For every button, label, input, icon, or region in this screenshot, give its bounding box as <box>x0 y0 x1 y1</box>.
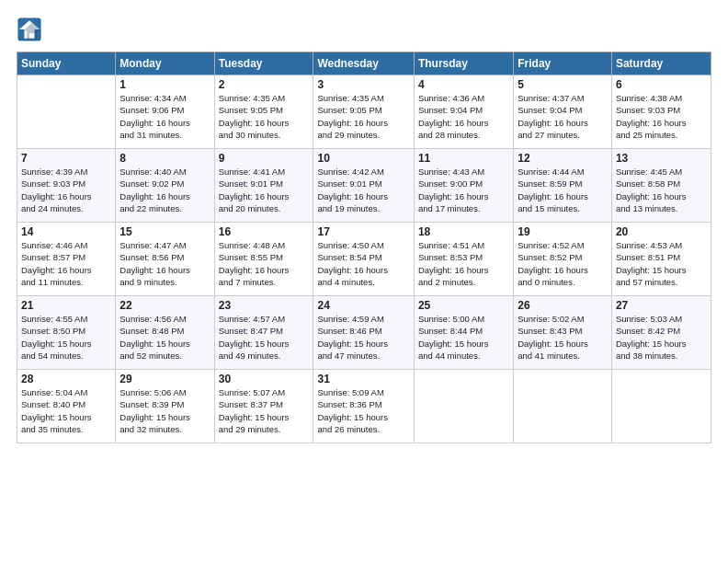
logo <box>17 17 46 42</box>
day-cell: 28Sunrise: 5:04 AM Sunset: 8:40 PM Dayli… <box>17 370 116 443</box>
day-number: 20 <box>616 225 707 238</box>
header <box>17 17 711 42</box>
day-info: Sunrise: 5:04 AM Sunset: 8:40 PM Dayligh… <box>21 386 111 435</box>
day-number: 13 <box>616 152 707 165</box>
day-number: 21 <box>21 299 111 312</box>
day-info: Sunrise: 4:45 AM Sunset: 8:58 PM Dayligh… <box>616 166 707 214</box>
header-cell-tuesday: Tuesday <box>214 52 313 75</box>
day-info: Sunrise: 5:00 AM Sunset: 8:44 PM Dayligh… <box>418 313 509 362</box>
header-cell-saturday: Saturday <box>611 52 711 75</box>
day-info: Sunrise: 5:02 AM Sunset: 8:43 PM Dayligh… <box>518 313 608 362</box>
day-info: Sunrise: 4:48 AM Sunset: 8:55 PM Dayligh… <box>219 239 310 288</box>
day-number: 12 <box>518 152 608 165</box>
day-info: Sunrise: 4:59 AM Sunset: 8:46 PM Dayligh… <box>317 313 409 362</box>
day-cell: 9Sunrise: 4:41 AM Sunset: 9:01 PM Daylig… <box>214 149 313 223</box>
day-number: 29 <box>119 373 210 385</box>
day-cell: 3Sunrise: 4:35 AM Sunset: 9:05 PM Daylig… <box>313 75 414 149</box>
day-number: 5 <box>518 78 608 91</box>
day-cell: 29Sunrise: 5:06 AM Sunset: 8:39 PM Dayli… <box>116 370 214 443</box>
header-cell-thursday: Thursday <box>414 52 513 75</box>
day-cell: 25Sunrise: 5:00 AM Sunset: 8:44 PM Dayli… <box>414 296 513 370</box>
day-number: 11 <box>418 152 509 165</box>
day-number: 7 <box>21 152 111 165</box>
day-number: 3 <box>317 78 409 91</box>
day-cell: 23Sunrise: 4:57 AM Sunset: 8:47 PM Dayli… <box>214 296 313 370</box>
day-cell <box>414 370 513 443</box>
day-info: Sunrise: 4:44 AM Sunset: 8:59 PM Dayligh… <box>518 166 608 214</box>
day-number: 24 <box>317 299 409 312</box>
week-row-5: 28Sunrise: 5:04 AM Sunset: 8:40 PM Dayli… <box>17 370 711 443</box>
day-info: Sunrise: 4:43 AM Sunset: 9:00 PM Dayligh… <box>418 166 509 214</box>
day-info: Sunrise: 5:07 AM Sunset: 8:37 PM Dayligh… <box>219 386 310 435</box>
week-row-4: 21Sunrise: 4:55 AM Sunset: 8:50 PM Dayli… <box>17 296 711 370</box>
calendar-body: 1Sunrise: 4:34 AM Sunset: 9:06 PM Daylig… <box>17 75 711 443</box>
day-number: 25 <box>418 299 509 312</box>
day-number: 27 <box>616 299 707 312</box>
day-number: 22 <box>119 299 210 312</box>
day-cell: 10Sunrise: 4:42 AM Sunset: 9:01 PM Dayli… <box>313 149 414 223</box>
day-info: Sunrise: 4:52 AM Sunset: 8:52 PM Dayligh… <box>518 239 608 288</box>
day-info: Sunrise: 4:46 AM Sunset: 8:57 PM Dayligh… <box>21 239 111 288</box>
day-info: Sunrise: 4:34 AM Sunset: 9:06 PM Dayligh… <box>119 92 210 141</box>
day-cell: 30Sunrise: 5:07 AM Sunset: 8:37 PM Dayli… <box>214 370 313 443</box>
day-cell: 26Sunrise: 5:02 AM Sunset: 8:43 PM Dayli… <box>514 296 612 370</box>
day-cell: 19Sunrise: 4:52 AM Sunset: 8:52 PM Dayli… <box>514 223 612 296</box>
day-number: 28 <box>21 373 111 385</box>
day-number: 9 <box>219 152 310 165</box>
day-info: Sunrise: 4:51 AM Sunset: 8:53 PM Dayligh… <box>418 239 509 288</box>
day-info: Sunrise: 4:38 AM Sunset: 9:03 PM Dayligh… <box>616 92 707 141</box>
day-number: 18 <box>418 225 509 238</box>
week-row-1: 1Sunrise: 4:34 AM Sunset: 9:06 PM Daylig… <box>17 75 711 149</box>
day-info: Sunrise: 4:35 AM Sunset: 9:05 PM Dayligh… <box>317 92 409 141</box>
calendar-table: SundayMondayTuesdayWednesdayThursdayFrid… <box>17 52 711 443</box>
day-info: Sunrise: 4:36 AM Sunset: 9:04 PM Dayligh… <box>418 92 509 141</box>
day-cell: 14Sunrise: 4:46 AM Sunset: 8:57 PM Dayli… <box>17 223 116 296</box>
header-cell-friday: Friday <box>514 52 612 75</box>
day-cell: 16Sunrise: 4:48 AM Sunset: 8:55 PM Dayli… <box>214 223 313 296</box>
day-number: 30 <box>219 373 310 385</box>
day-cell <box>514 370 612 443</box>
day-number: 17 <box>317 225 409 238</box>
day-number: 8 <box>119 152 210 165</box>
day-info: Sunrise: 4:47 AM Sunset: 8:56 PM Dayligh… <box>119 239 210 288</box>
day-number: 16 <box>219 225 310 238</box>
logo-icon <box>17 17 42 42</box>
day-info: Sunrise: 4:35 AM Sunset: 9:05 PM Dayligh… <box>219 92 310 141</box>
day-cell: 5Sunrise: 4:37 AM Sunset: 9:04 PM Daylig… <box>514 75 612 149</box>
day-info: Sunrise: 4:57 AM Sunset: 8:47 PM Dayligh… <box>219 313 310 362</box>
day-cell: 20Sunrise: 4:53 AM Sunset: 8:51 PM Dayli… <box>611 223 711 296</box>
day-cell: 7Sunrise: 4:39 AM Sunset: 9:03 PM Daylig… <box>17 149 116 223</box>
day-cell: 1Sunrise: 4:34 AM Sunset: 9:06 PM Daylig… <box>116 75 214 149</box>
day-number: 15 <box>119 225 210 238</box>
header-cell-monday: Monday <box>116 52 214 75</box>
day-cell: 18Sunrise: 4:51 AM Sunset: 8:53 PM Dayli… <box>414 223 513 296</box>
week-row-3: 14Sunrise: 4:46 AM Sunset: 8:57 PM Dayli… <box>17 223 711 296</box>
page: SundayMondayTuesdayWednesdayThursdayFrid… <box>0 0 728 454</box>
calendar-header-row: SundayMondayTuesdayWednesdayThursdayFrid… <box>17 52 711 75</box>
day-cell: 12Sunrise: 4:44 AM Sunset: 8:59 PM Dayli… <box>514 149 612 223</box>
day-cell: 2Sunrise: 4:35 AM Sunset: 9:05 PM Daylig… <box>214 75 313 149</box>
day-number: 10 <box>317 152 409 165</box>
day-info: Sunrise: 4:53 AM Sunset: 8:51 PM Dayligh… <box>616 239 707 288</box>
day-info: Sunrise: 4:41 AM Sunset: 9:01 PM Dayligh… <box>219 166 310 214</box>
day-cell <box>17 75 116 149</box>
day-info: Sunrise: 5:09 AM Sunset: 8:36 PM Dayligh… <box>317 386 409 435</box>
day-info: Sunrise: 5:03 AM Sunset: 8:42 PM Dayligh… <box>616 313 707 362</box>
week-row-2: 7Sunrise: 4:39 AM Sunset: 9:03 PM Daylig… <box>17 149 711 223</box>
day-number: 14 <box>21 225 111 238</box>
day-info: Sunrise: 4:40 AM Sunset: 9:02 PM Dayligh… <box>119 166 210 214</box>
day-cell: 15Sunrise: 4:47 AM Sunset: 8:56 PM Dayli… <box>116 223 214 296</box>
day-cell: 31Sunrise: 5:09 AM Sunset: 8:36 PM Dayli… <box>313 370 414 443</box>
day-cell: 6Sunrise: 4:38 AM Sunset: 9:03 PM Daylig… <box>611 75 711 149</box>
day-number: 23 <box>219 299 310 312</box>
day-info: Sunrise: 4:56 AM Sunset: 8:48 PM Dayligh… <box>119 313 210 362</box>
header-cell-wednesday: Wednesday <box>313 52 414 75</box>
day-number: 6 <box>616 78 707 91</box>
day-number: 19 <box>518 225 608 238</box>
day-cell: 21Sunrise: 4:55 AM Sunset: 8:50 PM Dayli… <box>17 296 116 370</box>
day-cell: 8Sunrise: 4:40 AM Sunset: 9:02 PM Daylig… <box>116 149 214 223</box>
day-number: 26 <box>518 299 608 312</box>
day-info: Sunrise: 4:37 AM Sunset: 9:04 PM Dayligh… <box>518 92 608 141</box>
day-cell: 27Sunrise: 5:03 AM Sunset: 8:42 PM Dayli… <box>611 296 711 370</box>
day-info: Sunrise: 4:42 AM Sunset: 9:01 PM Dayligh… <box>317 166 409 214</box>
